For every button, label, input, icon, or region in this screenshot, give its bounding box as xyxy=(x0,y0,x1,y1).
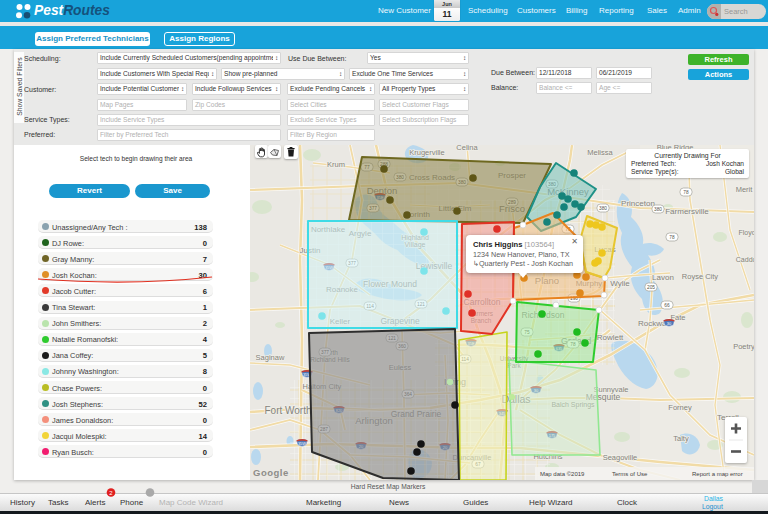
svg-text:380: 380 xyxy=(654,207,662,212)
svg-text:Farmersville: Farmersville xyxy=(665,207,709,216)
svg-text:Krugerville: Krugerville xyxy=(409,148,444,157)
svg-text:Caddo M: Caddo M xyxy=(736,256,754,263)
svg-text:Melissa: Melissa xyxy=(587,148,613,157)
svg-text:Fort Worth: Fort Worth xyxy=(264,405,311,416)
svg-text:Merit: Merit xyxy=(736,185,754,194)
svg-text:Princeton: Princeton xyxy=(621,199,655,208)
svg-text:Report a map error: Report a map error xyxy=(692,471,743,477)
svg-text:Google: Google xyxy=(253,467,289,478)
svg-text:Talty: Talty xyxy=(673,434,689,443)
svg-text:205: 205 xyxy=(647,285,655,290)
svg-text:Seagoville: Seagoville xyxy=(603,453,638,462)
svg-text:Terms of Use: Terms of Use xyxy=(612,471,648,477)
svg-text:35W: 35W xyxy=(298,441,306,446)
svg-text:Lavon: Lavon xyxy=(652,273,674,282)
svg-text:Poetry: Poetry xyxy=(733,342,754,351)
svg-text:Map data ©2019: Map data ©2019 xyxy=(540,471,585,477)
svg-text:66: 66 xyxy=(664,303,670,308)
svg-text:Rowlett: Rowlett xyxy=(597,333,624,342)
svg-text:Floyd: Floyd xyxy=(738,229,754,237)
svg-text:Sunnyvale: Sunnyvale xyxy=(593,385,628,394)
svg-text:78: 78 xyxy=(669,235,675,240)
svg-text:Royse City: Royse City xyxy=(682,272,719,281)
svg-text:Forney: Forney xyxy=(668,403,692,412)
svg-text:Saginaw: Saginaw xyxy=(256,353,285,362)
svg-text:380: 380 xyxy=(599,206,607,211)
svg-text:Celina: Celina xyxy=(456,145,478,152)
svg-text:Krum: Krum xyxy=(327,160,345,169)
svg-text:78: 78 xyxy=(683,190,689,195)
svg-text:30: 30 xyxy=(667,321,672,326)
svg-text:Wylie: Wylie xyxy=(610,279,630,288)
